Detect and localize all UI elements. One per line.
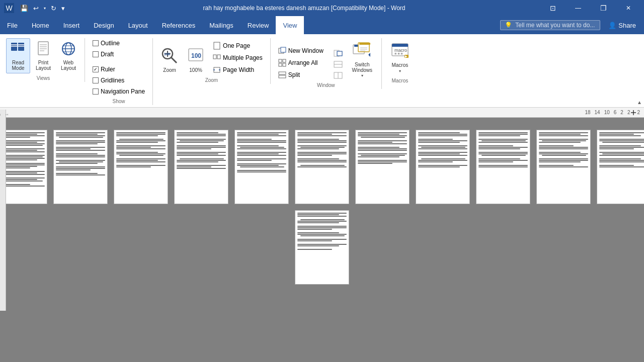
gridlines-button[interactable]: Gridlines xyxy=(89,75,148,85)
page-11[interactable] xyxy=(597,130,644,204)
zoom-button[interactable]: 100 Zoom xyxy=(157,44,182,75)
gridlines-label: Gridlines xyxy=(101,77,124,84)
search-input[interactable] xyxy=(515,22,596,29)
svg-rect-33 xyxy=(279,63,282,66)
window-side-buttons xyxy=(328,48,346,80)
multiple-pages-button[interactable]: Multiple Pages xyxy=(209,52,266,63)
read-mode-icon xyxy=(10,41,26,59)
macros-arrow: ▾ xyxy=(399,69,401,73)
svg-rect-6 xyxy=(38,42,48,55)
zoom-label: Zoom xyxy=(163,67,176,73)
menu-review[interactable]: Review xyxy=(240,16,276,34)
page-10[interactable] xyxy=(536,130,591,204)
switch-windows-arrow: ▾ xyxy=(361,73,363,78)
ribbon-group-show: Outline Draft Ruler Gr xyxy=(85,38,153,105)
split-button[interactable]: Split xyxy=(275,69,327,80)
svg-text:■ ■ ■: ■ ■ ■ xyxy=(394,52,403,55)
svg-rect-36 xyxy=(279,75,286,78)
menu-view[interactable]: View xyxy=(276,16,304,34)
qat-dropdown[interactable]: ▾ xyxy=(59,4,67,13)
page-6[interactable] xyxy=(295,130,349,204)
undo-dropdown[interactable]: ▾ xyxy=(42,5,48,12)
menu-design[interactable]: Design xyxy=(87,16,121,34)
print-layout-button[interactable]: PrintLayout xyxy=(31,38,55,73)
title-bar: W 💾 ↩ ▾ ↻ ▾ rah hay moghabele ba esteres… xyxy=(0,0,644,16)
document-area[interactable]: 2 1 xyxy=(0,118,644,362)
undo-button[interactable]: ↩ xyxy=(31,4,41,13)
window-side-btn-2[interactable] xyxy=(330,59,346,69)
restore-button[interactable]: ❐ xyxy=(592,0,615,16)
draft-checkbox[interactable] xyxy=(93,51,99,57)
restore-button-top[interactable]: ⊡ xyxy=(541,0,565,16)
print-layout-label: PrintLayout xyxy=(36,60,51,71)
window-small-buttons: New Window Arrange All Split xyxy=(275,43,327,80)
svg-rect-23 xyxy=(214,42,220,49)
svg-rect-32 xyxy=(283,59,286,62)
menu-insert[interactable]: Insert xyxy=(56,16,87,34)
page-7[interactable] xyxy=(355,130,410,204)
ribbon-collapse-button[interactable]: ▲ xyxy=(637,100,642,105)
page-9[interactable] xyxy=(476,130,530,204)
gridlines-checkbox[interactable] xyxy=(93,77,99,83)
svg-rect-24 xyxy=(213,55,216,59)
ruler-label: Ruler xyxy=(101,66,115,73)
multiple-pages-label: Multiple Pages xyxy=(223,54,263,61)
page-2[interactable] xyxy=(53,130,108,204)
ruler-button[interactable]: Ruler xyxy=(89,64,148,74)
menu-references[interactable]: References xyxy=(155,16,202,34)
macros-button[interactable]: macro ■ ■ ■ ▶ Macros ▾ xyxy=(386,38,414,76)
close-button[interactable]: ✕ xyxy=(617,0,640,16)
web-layout-button[interactable]: WebLayout xyxy=(56,38,80,73)
draft-button[interactable]: Draft xyxy=(89,49,148,59)
page-width-button[interactable]: Page Width xyxy=(209,64,266,75)
outline-button[interactable]: Outline xyxy=(89,38,148,48)
outline-checkbox[interactable] xyxy=(93,40,99,46)
search-box[interactable]: 💡 xyxy=(500,20,600,30)
svg-rect-34 xyxy=(283,63,286,66)
menu-right: 💡 👤 Share xyxy=(500,16,644,34)
page-view-buttons: One Page Multiple Pages Page Width xyxy=(209,38,266,75)
macros-icon: macro ■ ■ ■ ▶ xyxy=(390,41,410,61)
one-page-label: One Page xyxy=(223,42,250,49)
read-mode-button[interactable]: ReadMode xyxy=(6,38,30,73)
left-ruler: 2 1 xyxy=(0,118,6,311)
page-1[interactable] xyxy=(0,130,47,204)
minimize-button[interactable]: — xyxy=(567,0,590,16)
window-side-btn-1[interactable] xyxy=(330,48,346,58)
read-mode-label: ReadMode xyxy=(12,60,24,71)
ribbon-content: ReadMode PrintLayout WebLayo xyxy=(0,36,644,107)
print-layout-icon xyxy=(35,41,51,59)
menu-home[interactable]: Home xyxy=(25,16,56,34)
menu-layout[interactable]: Layout xyxy=(121,16,155,34)
svg-line-17 xyxy=(171,57,177,63)
redo-button[interactable]: ↻ xyxy=(49,4,58,13)
zoom-percent-button[interactable]: 100 100% xyxy=(183,44,208,75)
page-12[interactable] xyxy=(295,210,349,285)
page-4[interactable] xyxy=(174,130,228,204)
window-side-btn-3[interactable] xyxy=(330,70,346,80)
page-5[interactable] xyxy=(234,130,289,204)
switch-windows-label: SwitchWindows xyxy=(352,62,373,73)
navigation-pane-button[interactable]: Navigation Pane xyxy=(89,86,148,97)
document-title: rah hay moghabele ba esteres danesh amuz… xyxy=(67,5,541,12)
svg-rect-0 xyxy=(11,43,17,51)
switch-windows-button[interactable]: SwitchWindows ▾ xyxy=(347,38,377,80)
window-buttons: New Window Arrange All Split xyxy=(275,38,377,80)
new-window-button[interactable]: New Window xyxy=(275,45,327,56)
save-button[interactable]: 💾 xyxy=(18,4,30,13)
page-8[interactable] xyxy=(416,130,470,204)
switch-windows-icon xyxy=(352,41,372,61)
share-button[interactable]: 👤 Share xyxy=(604,20,640,31)
arrange-all-button[interactable]: Arrange All xyxy=(275,57,327,68)
pages-row-1 xyxy=(0,130,644,204)
menu-file[interactable]: File xyxy=(0,16,25,34)
ruler-area: 18 14 10 6 2 2 2 xyxy=(0,108,644,118)
svg-text:100: 100 xyxy=(164,52,170,56)
menu-mailings[interactable]: Mailings xyxy=(202,16,240,34)
ruler-checkbox[interactable] xyxy=(93,66,99,72)
svg-rect-38 xyxy=(337,51,342,56)
page-3[interactable] xyxy=(114,130,168,204)
one-page-button[interactable]: One Page xyxy=(209,40,266,51)
macros-buttons: macro ■ ■ ■ ▶ Macros ▾ xyxy=(386,38,414,76)
nav-pane-checkbox[interactable] xyxy=(93,88,99,95)
